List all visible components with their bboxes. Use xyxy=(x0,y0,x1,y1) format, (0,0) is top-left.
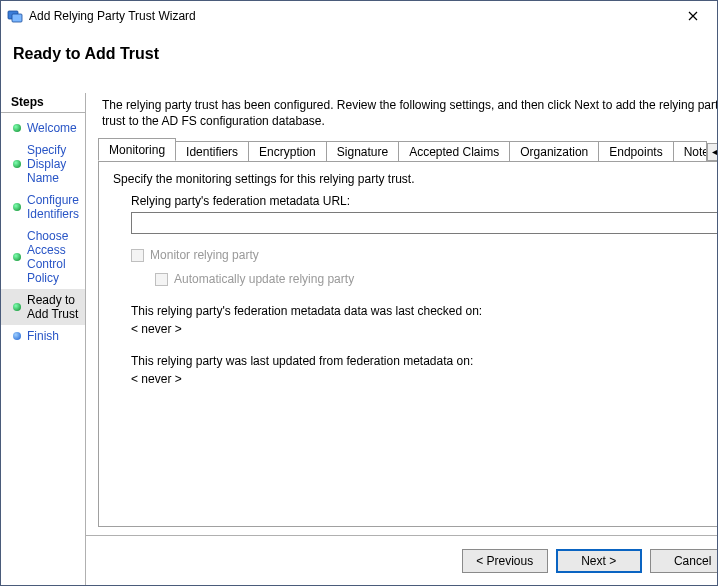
autoupdate-checkbox-label: Automatically update relying party xyxy=(174,272,354,286)
step-bullet-icon xyxy=(13,253,21,261)
step-bullet-icon xyxy=(13,124,21,132)
step-bullet-icon xyxy=(13,160,21,168)
step-label: Choose Access Control Policy xyxy=(27,229,79,285)
step-choose-access-control-policy[interactable]: Choose Access Control Policy xyxy=(1,225,85,289)
last-checked-label: This relying party's federation metadata… xyxy=(131,304,717,318)
step-specify-display-name[interactable]: Specify Display Name xyxy=(1,139,85,189)
step-label: Finish xyxy=(27,329,59,343)
metadata-url-input[interactable] xyxy=(131,212,717,234)
step-label: Configure Identifiers xyxy=(27,193,79,221)
next-button[interactable]: Next > xyxy=(556,549,642,573)
tab-container: Monitoring Identifiers Encryption Signat… xyxy=(98,139,717,527)
steps-heading: Steps xyxy=(1,93,85,113)
body-area: Steps Welcome Specify Display Name Confi… xyxy=(1,93,717,585)
steps-list: Welcome Specify Display Name Configure I… xyxy=(1,113,85,347)
step-welcome[interactable]: Welcome xyxy=(1,117,85,139)
step-label: Welcome xyxy=(27,121,77,135)
autoupdate-checkbox-row: Automatically update relying party xyxy=(155,272,717,286)
app-icon xyxy=(7,8,23,24)
tab-endpoints[interactable]: Endpoints xyxy=(598,141,673,162)
tab-strip: Monitoring Identifiers Encryption Signat… xyxy=(98,139,717,161)
tab-scroll-left[interactable]: ◄ xyxy=(707,143,717,161)
monitor-checkbox xyxy=(131,249,144,262)
cancel-button[interactable]: Cancel xyxy=(650,549,717,573)
step-bullet-icon xyxy=(13,203,21,211)
svg-rect-1 xyxy=(12,14,22,22)
content-pane: The relying party trust has been configu… xyxy=(85,93,717,585)
steps-pane: Steps Welcome Specify Display Name Confi… xyxy=(1,93,85,585)
monitoring-desc: Specify the monitoring settings for this… xyxy=(113,172,717,186)
step-ready-to-add-trust[interactable]: Ready to Add Trust xyxy=(1,289,85,325)
last-updated-label: This relying party was last updated from… xyxy=(131,354,717,368)
tab-body-monitoring: Specify the monitoring settings for this… xyxy=(98,161,717,527)
tab-encryption[interactable]: Encryption xyxy=(248,141,327,162)
close-icon xyxy=(688,11,698,21)
tab-accepted-claims[interactable]: Accepted Claims xyxy=(398,141,510,162)
step-bullet-icon xyxy=(13,332,21,340)
chevron-left-icon: ◄ xyxy=(710,147,717,157)
tab-monitoring[interactable]: Monitoring xyxy=(98,138,176,161)
titlebar: Add Relying Party Trust Wizard xyxy=(1,1,717,31)
page-title: Ready to Add Trust xyxy=(13,45,705,63)
last-checked-value: < never > xyxy=(131,322,717,336)
tab-notes[interactable]: Notes xyxy=(673,141,707,162)
monitor-checkbox-row: Monitor relying party xyxy=(131,248,717,262)
intro-text: The relying party trust has been configu… xyxy=(86,93,717,139)
step-label: Ready to Add Trust xyxy=(27,293,79,321)
autoupdate-checkbox xyxy=(155,273,168,286)
wizard-window: Add Relying Party Trust Wizard Ready to … xyxy=(0,0,718,586)
step-bullet-icon xyxy=(13,303,21,311)
metadata-url-label: Relying party's federation metadata URL: xyxy=(131,194,717,208)
step-finish[interactable]: Finish xyxy=(1,325,85,347)
tab-organization[interactable]: Organization xyxy=(509,141,599,162)
tab-identifiers[interactable]: Identifiers xyxy=(175,141,249,162)
step-label: Specify Display Name xyxy=(27,143,79,185)
window-title: Add Relying Party Trust Wizard xyxy=(29,9,671,23)
close-button[interactable] xyxy=(671,2,715,30)
monitor-checkbox-label: Monitor relying party xyxy=(150,248,259,262)
previous-button[interactable]: < Previous xyxy=(462,549,548,573)
step-configure-identifiers[interactable]: Configure Identifiers xyxy=(1,189,85,225)
button-bar: < Previous Next > Cancel xyxy=(86,535,717,585)
header-area: Ready to Add Trust xyxy=(1,31,717,93)
tab-signature[interactable]: Signature xyxy=(326,141,399,162)
tab-scroll: ◄ ► xyxy=(708,143,717,161)
last-updated-value: < never > xyxy=(131,372,717,386)
